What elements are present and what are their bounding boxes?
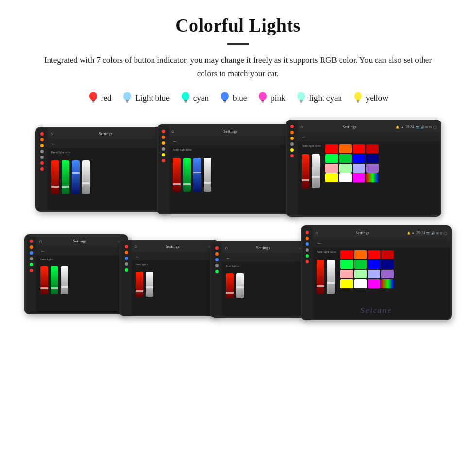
swatch[interactable]	[339, 154, 352, 163]
slider-handle	[51, 186, 59, 188]
sliders-area-b3: Panel light co	[226, 265, 244, 298]
red-slider-b4[interactable]	[317, 260, 324, 294]
swatch[interactable]	[368, 250, 380, 259]
red-slider-b3[interactable]	[226, 273, 234, 298]
device-sidebar-1	[37, 128, 48, 210]
white-slider-b2[interactable]	[146, 272, 153, 297]
swatch[interactable]	[354, 250, 367, 259]
sidebar-dot	[125, 257, 128, 260]
slider-handle	[51, 287, 58, 289]
green-slider-b1[interactable]	[51, 266, 58, 294]
swatch[interactable]	[381, 250, 394, 259]
white-slider-3[interactable]	[312, 154, 320, 188]
red-slider-b2[interactable]	[136, 272, 143, 297]
slider-handle	[204, 182, 211, 184]
swatch[interactable]	[325, 173, 338, 182]
swatch[interactable]	[354, 270, 367, 278]
sidebar-dot	[30, 269, 33, 272]
device-sidebar-b4	[302, 227, 313, 319]
back-arrow-b2: ←	[136, 254, 140, 259]
swatch[interactable]	[353, 173, 365, 182]
green-slider-1[interactable]	[62, 160, 69, 194]
screen-mock-b4: Seicane ⌂ Settings 🔔 ▲	[301, 225, 452, 320]
swatch[interactable]	[340, 250, 353, 259]
swatch[interactable]	[381, 270, 394, 278]
color-item-blue: blue	[220, 91, 247, 105]
white-slider-1[interactable]	[82, 160, 90, 194]
screen-main-b1: Panel light c	[36, 255, 127, 313]
swatch[interactable]	[353, 154, 365, 163]
swatch[interactable]	[368, 279, 380, 288]
screen-mock-b2: ⌂ Settings ☆ ✦ ← Panel light c	[119, 240, 219, 316]
color-item-lightcyan: light cyan	[296, 91, 342, 105]
green-slider-2[interactable]	[183, 158, 191, 192]
white-slider-b1[interactable]	[61, 266, 68, 294]
blue-slider-1[interactable]	[72, 160, 80, 194]
swatch[interactable]	[366, 173, 379, 182]
sidebar-dot	[125, 262, 128, 266]
sidebar-dot	[40, 150, 44, 153]
blue-slider-2[interactable]	[193, 158, 201, 192]
color-item-pink: pink	[257, 91, 285, 105]
swatch[interactable]	[340, 260, 353, 269]
swatch[interactable]	[381, 279, 394, 288]
top-screens-row: ⌂ Settings ☆ ✦ ← Panel light color	[19, 120, 457, 217]
swatch[interactable]	[366, 164, 379, 173]
sidebar-dot	[306, 237, 309, 240]
swatch[interactable]	[339, 144, 352, 153]
back-arrow-1: ←	[51, 141, 56, 146]
screen-mock-3: ⌂ Settings 🔔 ▲ 20:24 📷 🔊 ⊠ ⊡ ◯	[286, 120, 441, 217]
device-sidebar-3	[287, 121, 298, 215]
topbar-title-2: Settings	[176, 129, 285, 134]
swatch[interactable]	[354, 260, 367, 269]
color-indicators: red Light blue cyan	[19, 91, 457, 105]
color-label-lightcyan: light cyan	[309, 93, 342, 103]
page-wrapper: Colorful Lights Integrated with 7 colors…	[0, 0, 476, 348]
swatch[interactable]	[325, 164, 338, 173]
subtitle-text: Integrated with 7 colors of button indic…	[39, 53, 437, 81]
white-slider-b3[interactable]	[236, 273, 244, 298]
swatch[interactable]	[339, 173, 352, 182]
swatch[interactable]	[366, 144, 379, 153]
swatch[interactable]	[368, 270, 380, 278]
svg-rect-34	[357, 102, 359, 103]
red-slider-3[interactable]	[302, 154, 309, 188]
back-arrow-2: ←	[173, 138, 178, 144]
red-slider-2[interactable]	[173, 158, 181, 192]
swatch[interactable]	[325, 144, 338, 153]
swatch[interactable]	[353, 144, 365, 153]
sidebar-dot	[290, 137, 294, 140]
swatch[interactable]	[340, 279, 353, 288]
sidebar-dot	[290, 131, 294, 134]
screen-content-2: ⌂ Settings ☆ ✦ ← Panel light color	[169, 126, 296, 213]
swatch[interactable]	[340, 270, 353, 278]
red-slider-1[interactable]	[51, 160, 59, 194]
color-item-cyan: cyan	[180, 91, 209, 105]
sliders-container-2	[173, 153, 211, 192]
swatch[interactable]	[381, 260, 394, 269]
swatch[interactable]	[354, 279, 367, 288]
swatch[interactable]	[366, 154, 379, 163]
svg-point-21	[259, 92, 267, 101]
device-sidebar-b2	[121, 241, 132, 315]
slider-handle	[193, 172, 201, 173]
sliders-container-1	[51, 156, 90, 194]
sidebar-dot	[40, 132, 44, 136]
topbar-icons-3: 🔔 ▲ 20:24 📷 🔊 ⊠ ⊡ ◯	[396, 125, 436, 129]
swatch[interactable]	[339, 164, 352, 173]
screen-mock-1: ⌂ Settings ☆ ✦ ← Panel light color	[35, 127, 169, 212]
swatch[interactable]	[353, 164, 365, 173]
screen-content-b2: ⌂ Settings ☆ ✦ ← Panel light c	[132, 241, 217, 315]
sidebar-dot	[290, 154, 294, 157]
sidebar-dot	[125, 251, 128, 254]
swatch[interactable]	[325, 154, 338, 163]
slider-handle	[40, 287, 48, 289]
swatch[interactable]	[368, 260, 380, 269]
red-slider-b1[interactable]	[40, 266, 48, 294]
white-slider-2[interactable]	[204, 158, 211, 192]
screen-main-b4: Panel light color	[313, 247, 450, 319]
sidebar-dot	[30, 257, 33, 260]
topbar-title-b3: Settings	[230, 246, 297, 250]
topbar-title-b2: Settings	[139, 244, 206, 249]
white-slider-b4[interactable]	[327, 260, 335, 294]
